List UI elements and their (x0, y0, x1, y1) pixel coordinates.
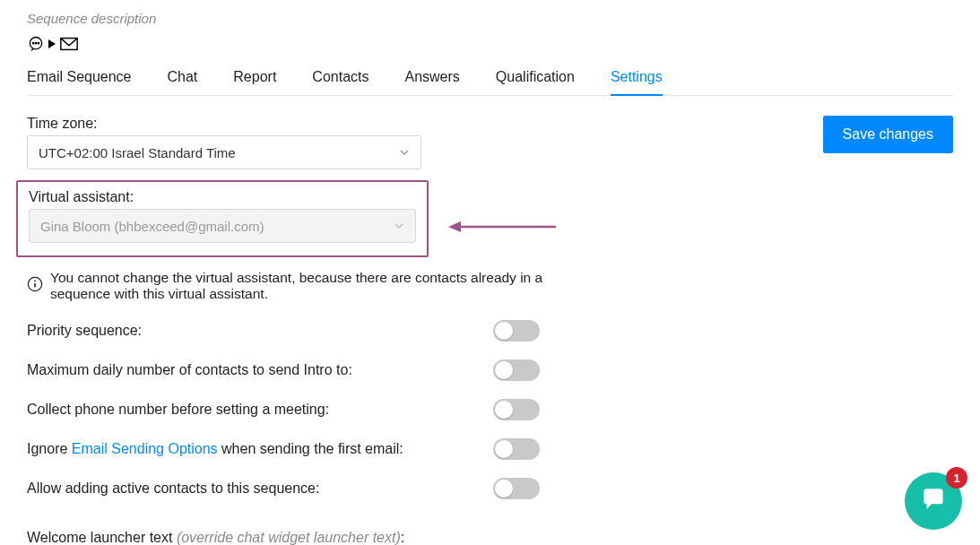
tab-qualification[interactable]: Qualification (496, 64, 575, 96)
priority-sequence-label: Priority sequence: (27, 323, 493, 339)
virtual-assistant-info-text: You cannot change the virtual assistant,… (50, 270, 583, 302)
welcome-label-text: Welcome launcher text (27, 530, 177, 545)
priority-sequence-toggle[interactable] (493, 320, 540, 342)
welcome-colon: : (401, 530, 404, 545)
max-daily-toggle[interactable] (493, 359, 540, 381)
svg-point-3 (38, 43, 39, 44)
chevron-down-icon (394, 219, 404, 234)
tab-email-sequence[interactable]: Email Sequence (27, 64, 132, 96)
ignore-email-options-label: Ignore Email Sending Options when sendin… (27, 441, 493, 457)
welcome-hint-text: (override chat widget launcher text) (177, 530, 401, 545)
svg-marker-4 (48, 39, 56, 48)
timezone-label: Time zone: (27, 116, 583, 132)
welcome-launcher-label: Welcome launcher text (override chat wid… (27, 530, 953, 545)
collect-phone-toggle[interactable] (493, 399, 540, 420)
tab-answers[interactable]: Answers (404, 64, 459, 96)
ignore-email-options-toggle[interactable] (493, 438, 540, 460)
svg-point-1 (32, 43, 33, 44)
allow-adding-toggle[interactable] (493, 478, 540, 499)
annotation-arrow-icon (448, 218, 556, 239)
allow-adding-label: Allow adding active contacts to this seq… (27, 480, 493, 497)
arrow-step-icon (47, 35, 57, 53)
virtual-assistant-value: Gina Bloom (bhbexceed@gmail.com) (40, 219, 265, 234)
virtual-assistant-label: Virtual assistant: (29, 189, 416, 205)
tab-report[interactable]: Report (233, 64, 276, 96)
tab-contacts[interactable]: Contacts (312, 64, 369, 96)
chat-widget-button[interactable]: 1 (905, 472, 962, 530)
save-changes-button[interactable]: Save changes (823, 116, 953, 153)
virtual-assistant-select: Gina Bloom (bhbexceed@gmail.com) (29, 209, 416, 243)
svg-point-10 (34, 281, 36, 282)
svg-point-2 (35, 43, 36, 44)
virtual-assistant-info: You cannot change the virtual assistant,… (27, 270, 583, 302)
tabs-bar: Email Sequence Chat Report Contacts Answ… (27, 64, 953, 96)
email-sending-options-link[interactable]: Email Sending Options (72, 441, 218, 456)
timezone-value: UTC+02:00 Israel Standard Time (39, 145, 236, 160)
ignore-post-text: when sending the first email: (218, 441, 403, 456)
chevron-down-icon (399, 145, 410, 160)
chat-widget-badge: 1 (946, 467, 967, 489)
info-icon (27, 276, 43, 296)
max-daily-label: Maximum daily number of contacts to send… (27, 362, 493, 378)
collect-phone-label: Collect phone number before setting a me… (27, 402, 493, 418)
sequence-step-icons (27, 35, 953, 53)
email-step-icon (59, 35, 79, 53)
svg-marker-7 (448, 221, 461, 232)
chat-step-icon (27, 35, 45, 53)
chat-message-icon (918, 484, 949, 518)
tab-chat[interactable]: Chat (168, 64, 198, 96)
virtual-assistant-highlight: Virtual assistant: Gina Bloom (bhbexceed… (16, 180, 429, 257)
timezone-select[interactable]: UTC+02:00 Israel Standard Time (27, 135, 421, 169)
tab-settings[interactable]: Settings (611, 64, 663, 96)
sequence-description[interactable]: Sequence description (27, 11, 953, 26)
ignore-pre-text: Ignore (27, 441, 72, 456)
